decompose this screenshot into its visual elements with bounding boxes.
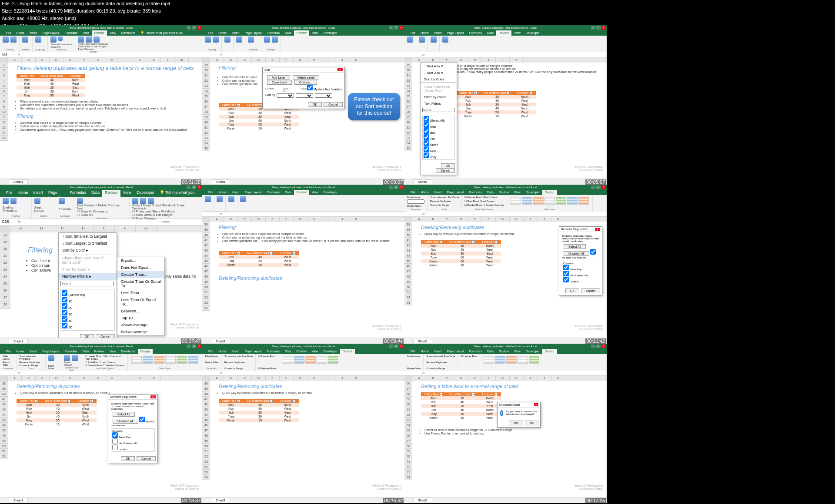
thumbnail-1: filters, deleting duplicates, table back…: [0, 25, 202, 185]
sheet-tab[interactable]: Sheet1: [9, 179, 28, 184]
cancel-button[interactable]: Cancel: [324, 102, 343, 107]
ribbon-body-review: Proofing Insights Language Show All Comm…: [0, 36, 202, 52]
tab-home[interactable]: Home: [13, 30, 27, 36]
ribbon-tabs: File Home Insert Page Layout Formulas Da…: [0, 30, 202, 36]
sort-za-item[interactable]: ↓ Sort Z to A: [421, 70, 457, 76]
fx-icon[interactable]: fx: [15, 53, 23, 56]
window-title-bar: filters, deleting duplicates, table back…: [0, 25, 202, 30]
minimize-icon[interactable]: –: [187, 26, 191, 30]
timestamp-4: 00:07:47: [181, 338, 201, 344]
tab-developer[interactable]: Developer: [119, 30, 138, 36]
app-title: filters, deleting duplicates, table back…: [70, 27, 133, 29]
thumbnail-5: filters, deleting duplicates, table back…: [202, 185, 404, 344]
slide-title-filtering: Filtering: [17, 113, 200, 119]
media-file-line: File: 2. Using filters in tables, removi…: [0, 0, 835, 7]
thumbnail-8: filters, deleting duplicates, table back…: [202, 344, 404, 503]
number-filters-item[interactable]: Number Filters ▸: [59, 273, 117, 280]
name-box[interactable]: A29: [0, 53, 15, 56]
delete-level-button[interactable]: Delete Level: [293, 75, 319, 80]
slicer-icon[interactable]: [48, 355, 54, 361]
timestamp-8: 00:15:32: [383, 498, 404, 503]
timestamp-9: 00:17:25: [585, 498, 606, 503]
delete-icon[interactable]: [58, 36, 63, 41]
thesaurus-icon[interactable]: [10, 36, 17, 43]
tab-pagelayout[interactable]: Page Layout: [40, 30, 62, 36]
thumbnail-7: filters, deleting duplicates, table back…: [0, 344, 202, 503]
tab-view[interactable]: View: [107, 30, 119, 36]
spelling-icon[interactable]: [3, 198, 9, 204]
number-filters-submenu[interactable]: Equals... Does Not Equal... Greater Than…: [117, 257, 165, 336]
thesaurus-icon[interactable]: [10, 198, 17, 204]
search-input[interactable]: [422, 108, 455, 112]
convert-confirm-dialog[interactable]: Microsoft Excel× iDo you want to convert…: [497, 402, 541, 428]
tab-data[interactable]: Data: [80, 30, 92, 36]
media-size-line: Size: 52208144 bytes (49.79 MiB), durati…: [0, 7, 835, 15]
timestamp-5: 00:09:44: [383, 338, 404, 344]
timestamp-2: 00:03:57: [383, 179, 404, 185]
thumbnail-6: filters, deleting duplicates, table back…: [404, 185, 607, 344]
timestamp-3: 00:05:57: [585, 179, 606, 185]
ok-button[interactable]: OK: [308, 102, 322, 107]
slide-title-1: Filters, deleting duplicates and getting…: [17, 65, 200, 71]
yes-button[interactable]: Yes: [509, 421, 523, 425]
close-icon[interactable]: ×: [337, 68, 343, 71]
smartlookup-icon[interactable]: [22, 36, 28, 43]
remove-duplicates-dialog[interactable]: Remove Duplicates× To delete duplicate v…: [559, 226, 602, 295]
sort-az-item[interactable]: ↑ Sort A to Z: [421, 63, 457, 70]
tab-review[interactable]: Review: [92, 30, 107, 36]
tab-insert[interactable]: Insert: [27, 30, 40, 36]
remove-duplicates-dialog[interactable]: Remove Duplicates× To delete duplicate v…: [108, 394, 158, 463]
copy-level-button[interactable]: Copy Level: [267, 80, 292, 85]
sharewb-icon[interactable]: [94, 36, 100, 43]
close-icon[interactable]: ×: [197, 26, 201, 30]
sort-dialog[interactable]: Sort× Add Level Delete Level Copy Level …: [262, 67, 345, 109]
intro-data-table: Sales RepNo of items soldLocation Alan30…: [17, 74, 85, 97]
thumbnail-3: filters, deleting duplicates, table back…: [404, 25, 607, 185]
tab-file[interactable]: File: [3, 30, 13, 36]
no-button[interactable]: No: [525, 421, 538, 425]
translate-icon[interactable]: [35, 36, 41, 43]
spelling-icon[interactable]: [3, 36, 9, 43]
tab-formulas[interactable]: Formulas: [62, 30, 80, 36]
options-button[interactable]: Options...: [294, 80, 317, 85]
timestamp-7: 00:13:37: [181, 498, 201, 503]
add-level-button[interactable]: Add Level: [267, 75, 290, 80]
protectwb-icon[interactable]: [86, 36, 92, 43]
tab-tellme[interactable]: 💡 Tell me what you want to do: [138, 30, 185, 36]
newcomment-icon[interactable]: [50, 36, 57, 43]
protectsheet-icon[interactable]: [78, 36, 84, 43]
thumbnail-9: filters, deleting duplicates, table back…: [404, 344, 607, 503]
timestamp-6: 00:11:42: [585, 338, 606, 344]
autofilter-menu[interactable]: ↑ Sort A to Z ↓ Sort Z to A Sort by Colo…: [420, 63, 457, 175]
tab-design[interactable]: Design: [542, 190, 557, 195]
maximize-icon[interactable]: □: [192, 26, 196, 30]
media-audio-line: Audio: aac, 48000 Hz, stereo (und): [0, 15, 835, 22]
sort-callout: Please check out our Sort section for th…: [348, 93, 400, 120]
filter-dropdown-icon[interactable]: ▾: [237, 103, 240, 107]
thumbnail-grid: filters, deleting duplicates, table back…: [0, 25, 607, 503]
greater-than-item[interactable]: Greater Than...: [117, 271, 164, 278]
timestamp-1: 00:01:58: [181, 179, 201, 185]
info-icon: i: [500, 410, 503, 416]
thumbnail-2: filters, deleting duplicates, table back…: [202, 25, 404, 185]
thumbnail-4: filters, deleting duplicates, table back…: [0, 185, 202, 344]
number-filter-menu[interactable]: ↑ Sort Smallest to Largest ↓ Sort Larges…: [58, 232, 117, 341]
